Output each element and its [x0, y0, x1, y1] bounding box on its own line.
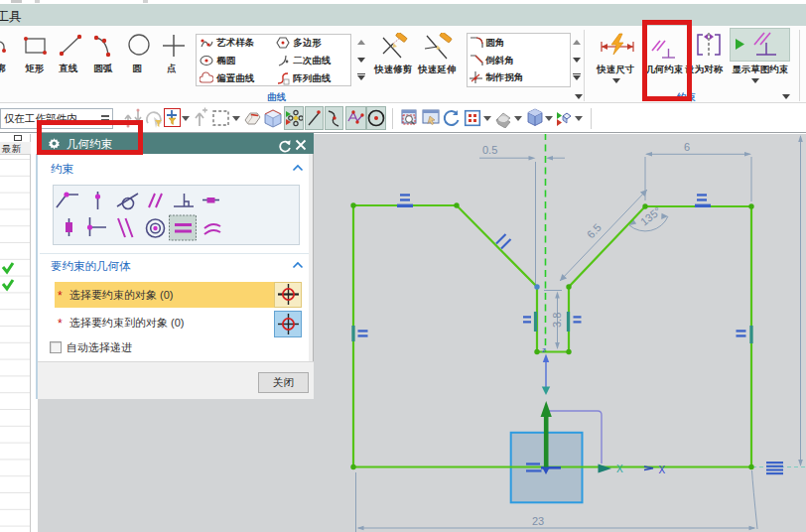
svg-text:0.5: 0.5: [482, 144, 497, 156]
svg-text:X: X: [659, 465, 666, 475]
svg-text:6: 6: [684, 141, 690, 153]
svg-text:X: X: [616, 464, 623, 474]
svg-text:135°: 135°: [638, 204, 663, 227]
svg-text:z: z: [542, 345, 546, 354]
svg-text:3.8: 3.8: [551, 313, 563, 328]
svg-text:23: 23: [532, 515, 544, 527]
